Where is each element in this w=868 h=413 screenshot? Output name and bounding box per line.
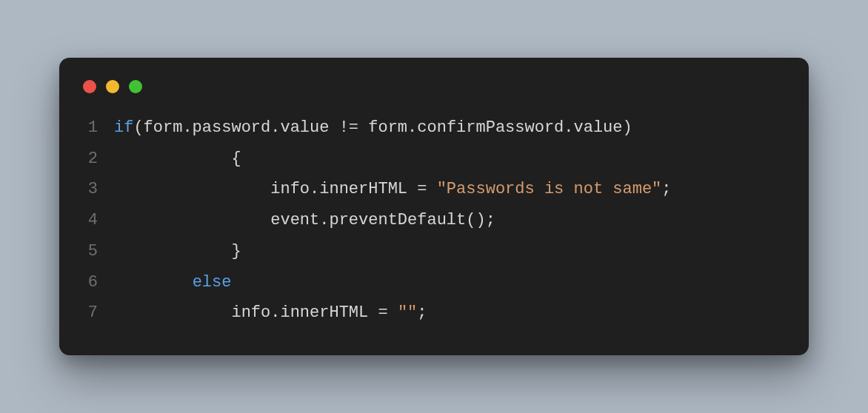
- code-token: if: [114, 118, 133, 137]
- line-content: info.innerHTML = "Passwords is not same"…: [114, 174, 672, 205]
- code-token: ;: [661, 180, 671, 198]
- code-token: (form.password.value != form.confirmPass…: [133, 118, 632, 137]
- zoom-icon[interactable]: [129, 80, 142, 93]
- line-number: 1: [80, 113, 114, 144]
- line-number: 5: [80, 236, 114, 267]
- code-token: "Passwords is not same": [437, 180, 662, 198]
- code-line: 4 event.preventDefault();: [80, 205, 788, 236]
- code-token: event.preventDefault();: [114, 211, 495, 229]
- code-token: }: [114, 242, 241, 261]
- close-icon[interactable]: [83, 80, 96, 93]
- line-content: else: [114, 267, 231, 298]
- code-line: 7 info.innerHTML = "";: [80, 298, 788, 329]
- code-line: 3 info.innerHTML = "Passwords is not sam…: [80, 174, 788, 205]
- code-token: else: [193, 273, 232, 292]
- code-token: "": [398, 303, 417, 322]
- line-content: event.preventDefault();: [114, 205, 495, 236]
- line-number: 4: [80, 205, 114, 236]
- line-number: 6: [80, 267, 114, 298]
- code-token: info.innerHTML =: [114, 303, 398, 322]
- line-number: 7: [80, 298, 114, 329]
- code-line: 5 }: [80, 236, 788, 267]
- line-content: info.innerHTML = "";: [114, 298, 427, 329]
- code-line: 6 else: [80, 267, 788, 298]
- code-window: 1if(form.password.value != form.confirmP…: [59, 58, 809, 356]
- code-token: ;: [417, 303, 427, 322]
- line-number: 2: [80, 144, 114, 175]
- code-block: 1if(form.password.value != form.confirmP…: [80, 113, 788, 329]
- code-line: 2 {: [80, 144, 788, 175]
- window-controls: [80, 75, 788, 113]
- line-content: }: [114, 236, 241, 267]
- code-line: 1if(form.password.value != form.confirmP…: [80, 113, 788, 144]
- code-token: {: [114, 150, 241, 168]
- line-content: if(form.password.value != form.confirmPa…: [114, 113, 632, 144]
- line-number: 3: [80, 174, 114, 205]
- code-token: info.innerHTML =: [114, 180, 437, 198]
- code-token: [114, 273, 193, 292]
- minimize-icon[interactable]: [106, 80, 119, 93]
- line-content: {: [114, 144, 241, 175]
